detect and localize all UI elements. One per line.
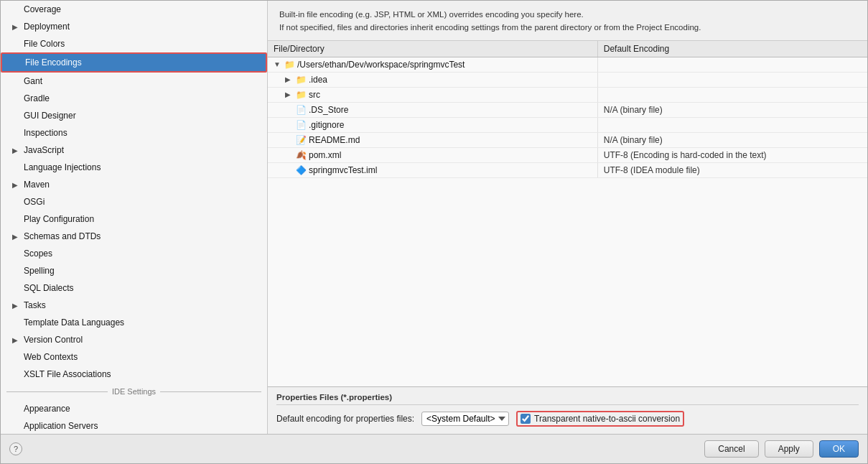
sidebar-item-label: JavaScript — [24, 144, 261, 157]
tree-arrow-icon: ▼ — [274, 60, 282, 68]
file-xml-icon: 🍂 — [296, 150, 307, 160]
sidebar-item-sql-dialects[interactable]: SQL Dialects — [1, 279, 267, 297]
sidebar-item-label: GUI Designer — [24, 109, 261, 122]
tree-label: .DS_Store — [309, 105, 348, 115]
sidebar-item-language-injections[interactable]: Language Injections — [1, 159, 267, 176]
encoding-cell — [597, 117, 867, 132]
sidebar-item-gradle[interactable]: Gradle — [1, 90, 267, 107]
tree-label: .idea — [309, 75, 327, 85]
sidebar-item-label: Coverage — [24, 3, 261, 16]
sidebar-item-xslt-file-assoc[interactable]: XSLT File Associations — [1, 366, 267, 383]
dialog-body: Coverage ▶ Deployment File Colors File E… — [1, 1, 867, 434]
sidebar-item-gant[interactable]: Gant — [1, 73, 267, 90]
arrow-icon: ▶ — [12, 335, 21, 345]
sidebar-item-inspections[interactable]: Inspections — [1, 124, 267, 141]
folder-icon: 📁 — [284, 60, 295, 70]
sidebar-item-file-colors[interactable]: File Colors — [1, 35, 267, 52]
table-row[interactable]: 🍂pom.xmlUTF-8 (Encoding is hard-coded in… — [268, 147, 867, 162]
sidebar-item-label: Tasks — [24, 299, 261, 312]
content-header: Built-in file encoding (e.g. JSP, HTML o… — [268, 1, 867, 41]
properties-title: Properties Files (*.properties) — [276, 393, 859, 405]
table-row[interactable]: 📄.DS_StoreN/A (binary file) — [268, 102, 867, 117]
sidebar-item-coverage[interactable]: Coverage — [1, 1, 267, 18]
properties-label: Default encoding for properties files: — [276, 414, 414, 424]
sidebar-item-label: File Colors — [24, 37, 261, 50]
sidebar-item-javascript[interactable]: ▶ JavaScript — [1, 141, 267, 159]
sidebar-item-label: Schemas and DTDs — [24, 230, 261, 243]
arrow-icon: ▶ — [12, 180, 21, 190]
tree-label: .gitignore — [309, 120, 344, 130]
sidebar-item-spelling[interactable]: Spelling — [1, 262, 267, 279]
sidebar-item-label: Maven — [24, 178, 261, 191]
table-row[interactable]: 📝README.mdN/A (binary file) — [268, 132, 867, 147]
col-file-directory: File/Directory — [268, 41, 597, 57]
sidebar-item-label: Web Contexts — [24, 351, 261, 363]
tree-label: README.md — [309, 135, 360, 145]
sidebar-item-osgi[interactable]: OSGi — [1, 193, 267, 210]
table-row[interactable]: 📄.gitignore — [268, 117, 867, 132]
encoding-cell: UTF-8 (Encoding is hard-coded in the tex… — [597, 147, 867, 162]
file-icon: 📄 — [296, 105, 307, 115]
sidebar-item-label: XSLT File Associations — [24, 368, 261, 381]
sidebar-item-application-servers[interactable]: Application Servers — [1, 417, 267, 434]
sidebar-item-label: Version Control — [24, 333, 261, 346]
sidebar-item-schemas-dtds[interactable]: ▶ Schemas and DTDs — [1, 228, 267, 245]
file-md-icon: 📝 — [296, 135, 307, 145]
encoding-dropdown[interactable]: <System Default> — [421, 412, 509, 426]
header-line1: Built-in file encoding (e.g. JSP, HTML o… — [279, 8, 856, 21]
sidebar-item-play-configuration[interactable]: Play Configuration — [1, 210, 267, 228]
sidebar-item-label: Gant — [24, 75, 261, 88]
sidebar-item-label: Spelling — [24, 264, 261, 277]
tree-label: src — [309, 90, 320, 100]
sidebar: Coverage ▶ Deployment File Colors File E… — [1, 1, 268, 434]
sidebar-item-deployment[interactable]: ▶ Deployment — [1, 18, 267, 35]
apply-button[interactable]: Apply — [765, 440, 813, 458]
settings-dialog: Coverage ▶ Deployment File Colors File E… — [0, 0, 868, 464]
encoding-cell: N/A (binary file) — [597, 132, 867, 147]
help-button[interactable]: ? — [9, 442, 22, 455]
sidebar-item-label: Appearance — [24, 402, 261, 415]
ide-settings-label: IDE Settings — [112, 387, 156, 396]
sidebar-item-label: Gradle — [24, 92, 261, 105]
sidebar-item-appearance[interactable]: Appearance — [1, 400, 267, 417]
table-row[interactable]: ▶📁.idea — [268, 72, 867, 87]
tree-arrow-icon: ▶ — [285, 91, 294, 98]
sidebar-item-label: Template Data Languages — [24, 316, 261, 329]
file-table-area[interactable]: File/Directory Default Encoding ▼📁/Users… — [268, 41, 867, 386]
sidebar-item-label: File Encodings — [25, 56, 260, 69]
cancel-button[interactable]: Cancel — [704, 440, 758, 458]
sidebar-item-tasks[interactable]: ▶ Tasks — [1, 297, 267, 314]
file-iml-icon: 🔷 — [296, 165, 307, 175]
file-table: File/Directory Default Encoding ▼📁/Users… — [268, 41, 867, 178]
bottom-bar: ? Cancel Apply OK — [1, 434, 867, 463]
sidebar-item-label: Application Servers — [24, 419, 261, 432]
folder-icon: 📁 — [296, 75, 307, 85]
arrow-icon: ▶ — [12, 145, 21, 156]
arrow-icon: ▶ — [12, 231, 21, 242]
tree-label: pom.xml — [309, 150, 341, 160]
tree-label: /Users/ethan/Dev/workspace/springmvcTest — [297, 60, 465, 70]
arrow-icon: ▶ — [12, 300, 21, 311]
table-row[interactable]: ▼📁/Users/ethan/Dev/workspace/springmvcTe… — [268, 57, 867, 72]
sidebar-item-label: Play Configuration — [24, 213, 261, 226]
sidebar-item-gui-designer[interactable]: GUI Designer — [1, 107, 267, 124]
sidebar-item-maven[interactable]: ▶ Maven — [1, 176, 267, 193]
main-content: Built-in file encoding (e.g. JSP, HTML o… — [268, 1, 867, 434]
sidebar-item-label: Deployment — [24, 20, 261, 33]
ok-button[interactable]: OK — [819, 440, 859, 458]
sidebar-item-version-control[interactable]: ▶ Version Control — [1, 331, 267, 348]
transparent-checkbox-label[interactable]: Transparent native-to-ascii conversion — [534, 414, 680, 424]
ide-settings-divider: IDE Settings — [1, 383, 267, 400]
sidebar-item-label: Language Injections — [24, 161, 261, 174]
header-line2: If not specified, files and directories … — [279, 21, 856, 34]
sidebar-item-label: Scopes — [24, 247, 261, 260]
properties-section: Properties Files (*.properties) Default … — [268, 386, 867, 434]
table-row[interactable]: 🔷springmvcTest.imlUTF-8 (IDEA module fil… — [268, 162, 867, 177]
sidebar-item-web-contexts[interactable]: Web Contexts — [1, 348, 267, 366]
table-row[interactable]: ▶📁src — [268, 87, 867, 102]
sidebar-item-template-data-languages[interactable]: Template Data Languages — [1, 314, 267, 331]
transparent-checkbox[interactable] — [521, 414, 531, 424]
sidebar-item-file-encodings[interactable]: File Encodings — [1, 52, 267, 73]
sidebar-item-scopes[interactable]: Scopes — [1, 245, 267, 262]
sidebar-item-label: OSGi — [24, 195, 261, 208]
